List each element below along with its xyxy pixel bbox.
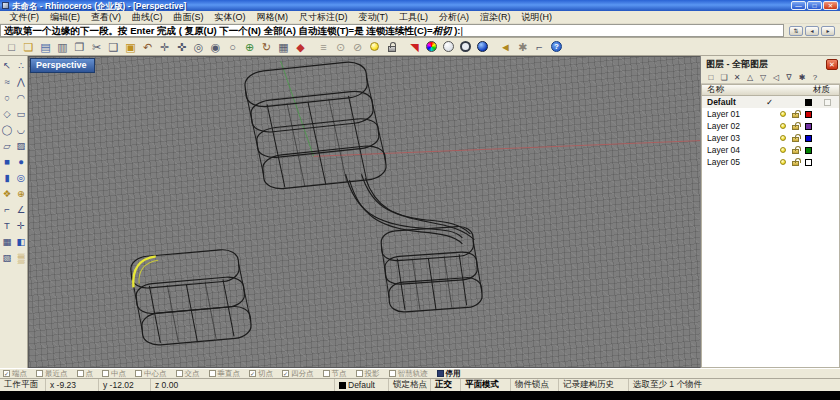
column-header-name[interactable]: 名称: [702, 84, 813, 96]
layer-row[interactable]: Layer 05: [702, 156, 839, 168]
menu-analyze[interactable]: 分析(A): [434, 11, 475, 23]
layer-lock-cell[interactable]: [789, 158, 802, 166]
fillet-tool[interactable]: ⌐: [0, 201, 14, 217]
layer-visibility-cell[interactable]: [776, 123, 789, 129]
pan-icon[interactable]: ✛: [156, 39, 173, 55]
maximize-button[interactable]: □: [807, 1, 822, 10]
block-tool[interactable]: ▦: [0, 233, 14, 249]
lock-icon[interactable]: [383, 39, 400, 55]
cylinder-tool[interactable]: ▮: [0, 169, 14, 185]
menu-curve[interactable]: 曲线(C): [127, 11, 169, 23]
osnap-disable-checkbox[interactable]: [437, 370, 444, 377]
layer-lock-cell[interactable]: [789, 134, 802, 142]
text-tool[interactable]: T: [0, 217, 14, 233]
panel-close-icon[interactable]: ✕: [826, 59, 838, 70]
select-arrow-tool[interactable]: ↖: [0, 57, 14, 73]
select-faded-icon[interactable]: ⊘: [349, 39, 366, 55]
osnap-checkbox[interactable]: [389, 370, 396, 377]
osnap-切点[interactable]: ✓切点: [249, 369, 273, 379]
menu-dimension[interactable]: 尺寸标注(D): [294, 11, 354, 23]
osnap-checkbox[interactable]: [176, 370, 183, 377]
cplane-button[interactable]: 工作平面: [0, 379, 46, 391]
viewport-tab[interactable]: Perspective: [30, 58, 95, 73]
layer-lock-cell[interactable]: [789, 110, 802, 118]
osnap-交点[interactable]: 交点: [176, 369, 200, 379]
move-up-icon[interactable]: △: [744, 73, 756, 82]
render-flamingo-icon[interactable]: ◥: [406, 39, 423, 55]
osnap-toggle[interactable]: 物件锁点: [511, 379, 559, 391]
menu-surface[interactable]: 曲面(S): [168, 11, 209, 23]
light-icon[interactable]: [366, 39, 383, 55]
color-wheel-icon[interactable]: [423, 39, 440, 55]
help-icon[interactable]: ?: [548, 39, 565, 55]
menu-help[interactable]: 说明(H): [516, 11, 558, 23]
osnap-投影[interactable]: 投影: [356, 369, 380, 379]
menu-solid[interactable]: 实体(O): [209, 11, 251, 23]
layer-color-cell[interactable]: [802, 123, 815, 130]
osnap-checkbox[interactable]: ✓: [249, 370, 256, 377]
loft-tool[interactable]: ▨: [14, 137, 28, 153]
osnap-checkbox[interactable]: [356, 370, 363, 377]
layer-row[interactable]: Default✓: [702, 96, 839, 108]
osnap-checkbox[interactable]: ✓: [282, 370, 289, 377]
layer-color-cell[interactable]: [802, 135, 815, 142]
expand-icon[interactable]: ◁: [770, 73, 782, 82]
boolean-tool[interactable]: ❖: [0, 185, 14, 201]
dimension-tool[interactable]: ✛: [14, 217, 28, 233]
ortho-toggle[interactable]: 正交: [431, 379, 461, 391]
layer-visibility-cell[interactable]: [776, 111, 789, 117]
command-prompt-input[interactable]: 选取第一个边缘的下一段。按 Enter 完成 ( 复原(U) 下一个(N) 全部…: [0, 24, 784, 37]
polygon-tool[interactable]: ◇: [0, 105, 14, 121]
menu-mesh[interactable]: 网格(M): [251, 11, 294, 23]
shade-tool[interactable]: ◧: [14, 233, 28, 249]
layer-lock-cell[interactable]: [789, 122, 802, 130]
polyline-tool[interactable]: ⋀: [14, 73, 28, 89]
copy-icon[interactable]: ❑: [105, 39, 122, 55]
osnap-智慧轨迹[interactable]: 智慧轨迹: [389, 369, 428, 379]
osnap-checkbox[interactable]: [77, 370, 84, 377]
layer-visibility-cell[interactable]: [776, 159, 789, 165]
menu-file[interactable]: 文件(F): [4, 11, 45, 23]
osnap-四分点[interactable]: ✓四分点: [282, 369, 314, 379]
ellipse-tool[interactable]: ◯: [0, 121, 14, 137]
zoom-window-icon[interactable]: ○: [224, 39, 241, 55]
viewport-perspective[interactable]: Perspective: [28, 56, 700, 368]
menu-render[interactable]: 渲染(R): [475, 11, 517, 23]
layer-row[interactable]: Layer 03: [702, 132, 839, 144]
curve-tool[interactable]: ≈: [0, 73, 14, 89]
osnap-checkbox[interactable]: [36, 370, 43, 377]
layer-color-cell[interactable]: [802, 159, 815, 166]
panel-help-icon[interactable]: ?: [809, 73, 821, 82]
move-down-icon[interactable]: ▽: [757, 73, 769, 82]
osnap-垂直点[interactable]: 垂直点: [209, 369, 241, 379]
command-history-button-2[interactable]: ▸: [821, 26, 835, 36]
osnap-端点[interactable]: ✓端点: [3, 369, 27, 379]
layer-material-cell[interactable]: [815, 99, 839, 106]
filter-icon[interactable]: ∇: [783, 73, 795, 82]
render-blue-sphere-icon[interactable]: [474, 39, 491, 55]
command-history-button-0[interactable]: ⇅: [789, 26, 803, 36]
osnap-checkbox[interactable]: [323, 370, 330, 377]
chamfer-tool[interactable]: ∠: [14, 201, 28, 217]
new-layer-icon[interactable]: □: [705, 73, 717, 82]
osnap-点[interactable]: 点: [77, 369, 94, 379]
layer-row[interactable]: Layer 04: [702, 144, 839, 156]
command-option-value[interactable]: 相切: [433, 25, 452, 36]
osnap-checkbox[interactable]: ✓: [3, 370, 10, 377]
offset-tool[interactable]: ◡: [14, 121, 28, 137]
connecting-tube[interactable]: [346, 174, 475, 244]
zoom-dynamic-icon[interactable]: ◉: [207, 39, 224, 55]
box-tool[interactable]: ■: [0, 153, 14, 169]
layer-lock-cell[interactable]: [789, 146, 802, 154]
column-header-material[interactable]: 材质: [813, 84, 839, 96]
osnap-中点[interactable]: 中点: [102, 369, 126, 379]
planar-toggle[interactable]: 平面模式: [461, 379, 511, 391]
command-history-button-1[interactable]: ◂: [805, 26, 819, 36]
copy-layer-icon[interactable]: ❏: [718, 73, 730, 82]
hatch-tool[interactable]: ▧: [0, 249, 14, 265]
delete-layer-icon[interactable]: ✕: [731, 73, 743, 82]
layer-visibility-cell[interactable]: [776, 135, 789, 141]
zoom-extents-icon[interactable]: ⊕: [241, 39, 258, 55]
layer-visibility-cell[interactable]: [776, 147, 789, 153]
orbit-faded-icon[interactable]: ⊙: [332, 39, 349, 55]
